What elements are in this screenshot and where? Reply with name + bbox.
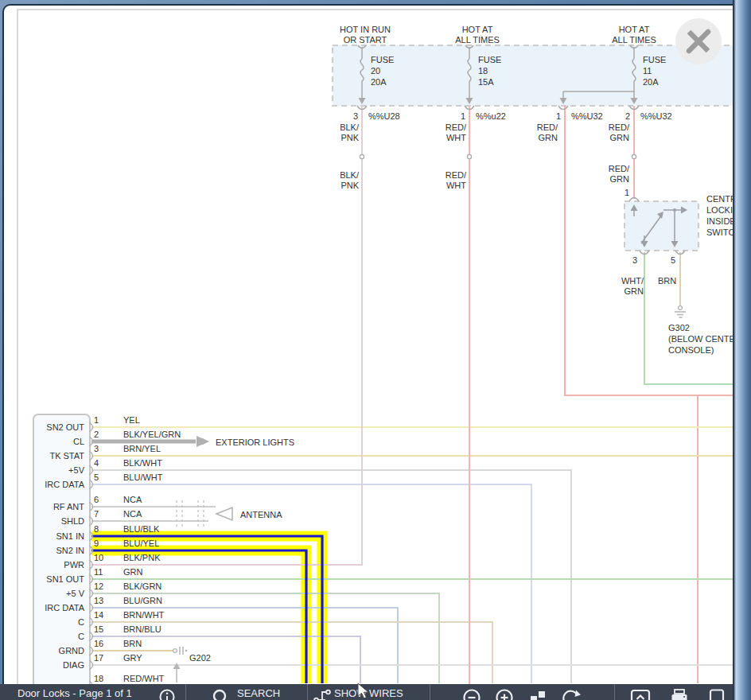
label: FUSE <box>371 55 394 64</box>
pin-number: 7 <box>94 509 99 519</box>
label: RED/ <box>446 170 467 180</box>
label: 11 <box>643 66 652 76</box>
connector-pin-label: +5 V <box>66 589 85 598</box>
connector-pin-label: DIAG <box>63 660 84 670</box>
pin-number: 8 <box>94 524 99 534</box>
wire-color-label: GRY <box>123 653 142 663</box>
label: 1 <box>461 111 465 121</box>
pin-number: 14 <box>94 610 103 620</box>
label: GRN <box>610 133 630 142</box>
wire-color-label: BLU/WHT <box>123 472 163 482</box>
wire-color-label: BLU/BLK <box>123 524 160 534</box>
label: %%U32 <box>640 111 672 121</box>
label: WHT <box>446 181 466 190</box>
exterior-lights-arrow <box>197 436 209 447</box>
wire-BLK/GRN <box>91 593 439 683</box>
ground-g302-icon <box>679 306 683 310</box>
label: 20A <box>643 77 659 87</box>
reset-rotate-icon[interactable] <box>561 688 582 700</box>
wire-color-label: RED/WHT <box>123 674 165 683</box>
info-icon[interactable] <box>158 688 176 700</box>
label: CONSOLE) <box>668 345 714 355</box>
inline-connector <box>467 154 471 158</box>
label: WHT/ <box>621 276 644 286</box>
pin-number: 3 <box>94 444 99 453</box>
label: BRN <box>658 276 676 286</box>
connector-pin-label: RF ANT <box>53 502 84 511</box>
wire-color-label: GRN <box>123 567 143 577</box>
label: %%u22 <box>476 111 506 121</box>
connector-pin-label: SN1 OUT <box>46 574 84 584</box>
label: RED/ <box>537 122 558 132</box>
wire-color-label: BLK/YEL/GRN <box>123 430 181 439</box>
zoom-in-icon[interactable] <box>495 688 514 700</box>
wire-color-label: BLK/PNK <box>123 553 161 562</box>
pin-number: 18 <box>94 674 103 683</box>
wiring-diagram: 1YELSN2 OUT2BLK/YEL/GRNCL3BRN/YELTK STAT… <box>0 0 751 700</box>
connector-pin-label: SN2 IN <box>56 546 85 555</box>
connector-pin-label: SHLD <box>61 516 84 526</box>
label: BLK/ <box>340 122 360 132</box>
pin-number: 5 <box>94 472 99 482</box>
label: HOT IN RUN <box>340 25 391 34</box>
toolbar-separator <box>430 684 430 700</box>
fit-to-screen-icon[interactable] <box>528 688 547 700</box>
label: %%U28 <box>368 111 400 121</box>
connector-pin-label: CL <box>73 437 84 446</box>
toolbar-separator <box>307 684 308 700</box>
connector-pin-label: SN1 IN <box>56 531 85 541</box>
pin-number: 15 <box>94 624 103 634</box>
label: INSIDE <box>706 216 736 226</box>
label: 20 <box>371 66 380 76</box>
label: G302 <box>668 323 690 332</box>
wire-color-label: NCA <box>123 495 142 504</box>
search-icon[interactable] <box>212 688 231 700</box>
connector-pin-label: C <box>78 617 84 627</box>
connector-pin-label: IRC DATA <box>45 603 84 612</box>
inline-connector <box>360 154 364 158</box>
wire-color-label: BLK/GRN <box>123 581 161 591</box>
label: G202 <box>189 653 211 663</box>
zoom-out-icon[interactable] <box>462 688 481 700</box>
pin-number: 11 <box>94 567 103 577</box>
show-wires-icon[interactable] <box>313 688 332 700</box>
label: 1 <box>556 111 561 121</box>
export-icon[interactable] <box>630 688 651 700</box>
label: ANTENNA <box>240 510 282 519</box>
label: %%U32 <box>571 111 603 121</box>
label: 18 <box>478 66 488 76</box>
pin-number: 2 <box>94 430 99 439</box>
connector-pin-label: +5V <box>68 465 85 475</box>
label: 20A <box>371 77 387 87</box>
label: GRN <box>625 286 644 296</box>
label: HOT AT <box>462 25 493 34</box>
connector-pin-label: IRC DATA <box>45 480 84 489</box>
pin-number: 17 <box>94 653 103 663</box>
pin-number: 10 <box>94 553 103 562</box>
wire-color-label: NCA <box>123 509 142 519</box>
wire-color-label: BRN/WHT <box>123 610 165 620</box>
scrollbar[interactable] <box>733 0 751 700</box>
wire-color-label: BRN <box>123 639 142 648</box>
wire-color-label: BRN/YEL <box>123 444 161 453</box>
pin-number: 4 <box>94 458 99 468</box>
pin-number: 12 <box>94 581 103 591</box>
label: PNK <box>340 133 359 142</box>
inline-connector <box>632 154 636 158</box>
pin-number: 16 <box>94 639 103 648</box>
label: 3 <box>353 111 358 121</box>
toolbar-separator <box>614 684 615 700</box>
document-icon[interactable] <box>707 688 726 700</box>
label: GRN <box>539 133 558 142</box>
wire-color-label: BLU/YEL <box>123 539 159 548</box>
label: 5 <box>671 255 675 265</box>
print-icon[interactable] <box>669 688 690 700</box>
mouse-cursor <box>357 682 372 700</box>
pin-number: 6 <box>94 495 99 504</box>
connector-pin-label: TK STAT <box>49 451 84 461</box>
label: PNK <box>340 181 359 190</box>
label: HOT AT <box>619 25 650 34</box>
antenna-icon <box>216 508 232 520</box>
switch-junction <box>673 208 676 212</box>
search-button[interactable]: SEARCH <box>237 687 280 699</box>
